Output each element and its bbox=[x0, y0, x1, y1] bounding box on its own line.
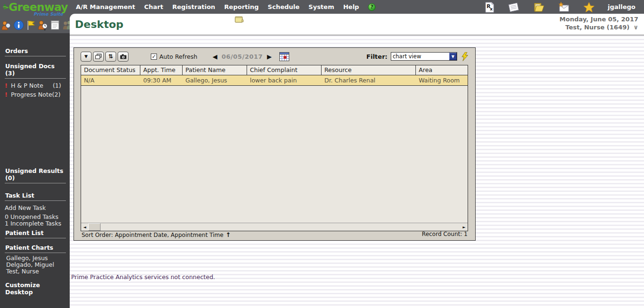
patient-search-icon[interactable] bbox=[1, 19, 12, 31]
greenway-logo-glyph bbox=[2, 0, 9, 14]
up-down-arrows-icon: ⇅ bbox=[108, 53, 113, 60]
current-date: Monday, June 05, 2017 bbox=[560, 15, 638, 23]
sidebar-item-hp-note[interactable]: ! H & P Note (1) bbox=[5, 82, 70, 89]
previous-day-button[interactable]: ◀ bbox=[212, 53, 217, 60]
info-icon[interactable] bbox=[13, 19, 24, 31]
cell-appt-time: 09:30 AM bbox=[140, 75, 183, 85]
help-question-icon[interactable]: ? bbox=[368, 3, 376, 11]
next-day-button[interactable]: ▶ bbox=[267, 53, 272, 60]
analytics-status-message: Prime Practice Analytics services not co… bbox=[71, 273, 215, 281]
sidebar-section-orders[interactable]: Orders bbox=[5, 47, 66, 56]
filter-select[interactable]: chart view ▼ bbox=[391, 52, 457, 61]
refresh-resize-button[interactable]: ⇅ bbox=[105, 52, 116, 62]
add-new-task-label: Add New Task bbox=[5, 204, 46, 211]
check-icon: ✓ bbox=[152, 54, 156, 60]
sidebar-section-unsigned-results[interactable]: Unsigned Results (0) bbox=[5, 167, 66, 183]
folder-icon[interactable] bbox=[234, 15, 244, 24]
sidebar-section-patient-list[interactable]: Patient List bbox=[5, 229, 66, 238]
column-header-appt-time[interactable]: Appt. Time bbox=[140, 65, 183, 75]
date-navigator: ◀ 06/05/2017 ▶ bbox=[212, 52, 289, 61]
cascade-windows-icon bbox=[95, 54, 101, 59]
sidebar-item-progress-note[interactable]: ! Progress Note(2) bbox=[5, 91, 70, 98]
sort-order-status: Sort Order: Appointment Date, Appointmen… bbox=[82, 231, 231, 239]
column-header-area[interactable]: Area bbox=[416, 65, 468, 75]
appointment-row[interactable]: N/A 09:30 AM Gallego, Jesus lower back p… bbox=[81, 75, 468, 86]
username-label[interactable]: jgallego bbox=[608, 3, 636, 10]
sidebar-section-patient-charts[interactable]: Patient Charts bbox=[5, 244, 66, 253]
auto-refresh-toggle[interactable]: ✓ Auto Refresh bbox=[151, 53, 197, 60]
cell-document-status: N/A bbox=[81, 75, 140, 85]
table-empty-area bbox=[81, 86, 468, 223]
snapshot-button[interactable] bbox=[118, 52, 129, 62]
table-header-row: Document Status Appt. Time Patient Name … bbox=[81, 65, 468, 75]
filter-selected-value: chart view bbox=[391, 53, 449, 60]
menu-dropdown-button[interactable]: ▼ bbox=[81, 52, 92, 62]
auto-refresh-checkbox[interactable]: ✓ bbox=[151, 54, 157, 60]
notes-icon[interactable] bbox=[507, 1, 520, 13]
sidebar-section-task-list[interactable]: Task List bbox=[5, 192, 66, 201]
record-count: Record Count: 1 bbox=[422, 231, 468, 239]
select-dropdown-icon[interactable]: ▼ bbox=[449, 53, 457, 60]
filter-group: Filter: chart view ▼ bbox=[367, 52, 469, 61]
panel-footer: Sort Order: Appointment Date, Appointmen… bbox=[82, 231, 468, 239]
hp-note-count: (1) bbox=[53, 82, 61, 89]
mail-icon[interactable] bbox=[558, 1, 570, 13]
cell-patient-name: Gallego, Jesus bbox=[183, 75, 247, 85]
user-dropdown[interactable]: Test, Nurse (1649) ∨ bbox=[560, 23, 638, 31]
flag-icon[interactable] bbox=[26, 19, 36, 31]
sidebar-item-add-new-task[interactable]: Add New Task bbox=[5, 204, 70, 211]
page-title: Desktop bbox=[75, 18, 123, 30]
quick-icon-row bbox=[1, 19, 73, 31]
scroll-left-button[interactable]: ◄ bbox=[81, 223, 88, 231]
document-icon[interactable] bbox=[50, 19, 60, 31]
top-menu-bar: A/R Management Chart Registration Report… bbox=[0, 0, 644, 14]
sidebar-customize-desktop[interactable]: Customize Desktop bbox=[5, 281, 66, 297]
menu-item-ar-management[interactable]: A/R Management bbox=[76, 3, 135, 10]
prescription-icon[interactable]: R x bbox=[484, 1, 495, 13]
progress-note-label: Progress Note(2) bbox=[11, 91, 61, 98]
sidebar-section-unsigned-docs[interactable]: Unsigned Docs (3) bbox=[5, 63, 66, 79]
current-user: Test, Nurse (1649) bbox=[565, 23, 629, 31]
menu-item-registration[interactable]: Registration bbox=[172, 3, 215, 10]
cascade-windows-button[interactable] bbox=[93, 52, 104, 62]
horizontal-scrollbar[interactable]: ◄ ► bbox=[81, 223, 468, 231]
sidebar: Orders Unsigned Docs (3) ! H & P Note (1… bbox=[0, 33, 70, 308]
scrollbar-track[interactable] bbox=[101, 223, 460, 231]
column-header-patient-name[interactable]: Patient Name bbox=[183, 65, 247, 75]
dropdown-arrow-icon: ▼ bbox=[84, 54, 88, 59]
chevron-down-icon: ∨ bbox=[633, 23, 638, 31]
patient-clock-icon[interactable] bbox=[37, 19, 48, 31]
svg-text:x: x bbox=[490, 7, 493, 11]
chart-folder-icon[interactable] bbox=[533, 1, 545, 13]
filter-label: Filter: bbox=[367, 53, 387, 60]
cell-chief-complaint: lower back pain bbox=[247, 75, 322, 85]
menu-item-reporting[interactable]: Reporting bbox=[224, 3, 259, 10]
apply-filter-button[interactable] bbox=[461, 52, 469, 61]
main-menu: A/R Management Chart Registration Report… bbox=[76, 0, 376, 14]
column-header-chief-complaint[interactable]: Chief Complaint bbox=[247, 65, 322, 75]
lightning-bolt-icon bbox=[461, 52, 469, 61]
desktop-schedule-panel: ▼ ⇅ ✓ Auto Refresh ◀ bbox=[74, 47, 476, 241]
patient-chart-test[interactable]: Test, Nurse bbox=[5, 268, 70, 275]
sidebar-item-incomplete-tasks[interactable]: 1 Incomplete Tasks bbox=[5, 220, 70, 227]
column-header-document-status[interactable]: Document Status bbox=[81, 65, 140, 75]
patient-chart-gallego[interactable]: Gallego, Jesus bbox=[5, 255, 70, 262]
scroll-right-button[interactable]: ► bbox=[460, 223, 468, 231]
menu-item-schedule[interactable]: Schedule bbox=[268, 3, 300, 10]
favorites-star-icon[interactable] bbox=[583, 1, 595, 13]
sort-order-text: Sort Order: Appointment Date, Appointmen… bbox=[82, 232, 223, 238]
menu-item-system[interactable]: System bbox=[309, 3, 334, 10]
scrollbar-thumb[interactable] bbox=[88, 223, 101, 231]
calendar-picker-button[interactable] bbox=[279, 52, 289, 61]
sidebar-item-unopened-tasks[interactable]: 0 Unopened Tasks bbox=[5, 214, 70, 220]
menu-item-help[interactable]: Help bbox=[343, 3, 359, 10]
cell-area: Waiting Room bbox=[416, 75, 468, 85]
menu-item-chart[interactable]: Chart bbox=[144, 3, 163, 10]
camera-icon bbox=[120, 54, 127, 59]
logo-panel: Greenway Prime Suite bbox=[0, 0, 70, 33]
hp-note-label: H & P Note bbox=[11, 82, 43, 89]
patient-chart-delgado[interactable]: Delgado, Miguel bbox=[5, 262, 70, 268]
auto-refresh-label: Auto Refresh bbox=[159, 53, 197, 60]
topbar-quick-actions: R x jgallego bbox=[484, 0, 644, 14]
column-header-resource[interactable]: Resource bbox=[322, 65, 416, 75]
